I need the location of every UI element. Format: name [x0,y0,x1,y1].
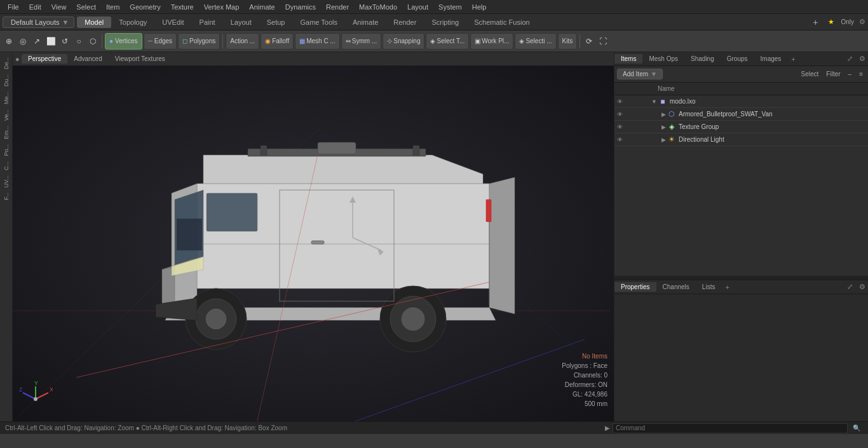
sidebar-item-ve[interactable]: Ve... [2,107,11,123]
viewport-canvas[interactable]: No Items Polygons : Face Channels: 0 Def… [13,66,614,421]
panel-dots-btn[interactable]: ≡ [857,69,865,79]
layout-add-button[interactable]: + [809,16,822,29]
sidebar-item-f[interactable]: F... [2,190,11,203]
layout-tab-paint[interactable]: Paint [192,17,223,28]
expand-icon-texture[interactable]: ▶ [661,124,666,130]
eye-icon-texture[interactable]: 👁 [617,124,627,130]
props-settings-icon[interactable]: ⚙ [857,282,868,292]
cmd-search-icon[interactable]: 🔍 [850,424,863,431]
add-item-button[interactable]: Add Item ▼ [617,69,663,79]
tb-edges-btn[interactable]: ─ Edges [144,33,177,50]
tb-icon-circle[interactable]: ○ [72,35,85,48]
menu-vertexmap[interactable]: Vertex Map [199,2,245,12]
panel-tab-items[interactable]: Items [614,54,642,64]
tb-icon-select[interactable]: ⬜ [44,35,57,48]
tb-icon-arrow[interactable]: ↗ [31,35,43,48]
menu-dynamics[interactable]: Dynamics [280,2,321,12]
list-item-van[interactable]: 👁 ▶ ⬡ Armored_Bulletproof_SWAT_Van [614,108,868,121]
viewport-tab-perspective[interactable]: Perspective [22,54,67,64]
viewport-tab-advanced[interactable]: Advanced [67,54,108,64]
expand-icon-light[interactable]: ▶ [661,137,666,143]
panel-select-btn[interactable]: Select [799,69,822,79]
menu-texture[interactable]: Texture [166,2,199,12]
viewport-tab-textures[interactable]: Viewport Textures [109,54,172,64]
menu-geometry[interactable]: Geometry [125,2,165,12]
layout-tab-layout[interactable]: Layout [223,17,259,28]
list-item-light[interactable]: 👁 ▶ ☀ Directional Light [614,133,868,146]
tb-kits-btn[interactable]: Kits [558,33,578,50]
menu-item[interactable]: Item [101,2,125,12]
menu-file[interactable]: File [3,2,24,12]
tb-selectt-btn[interactable]: ◈ Select T... [426,33,469,50]
menu-view[interactable]: View [46,2,72,12]
tb-icon-2[interactable]: ◎ [17,35,29,48]
viewport-tab-toggle[interactable]: ● [15,55,22,63]
tb-action-btn[interactable]: Action ... [226,33,259,50]
tb-snapping-btn[interactable]: ⊹ Snapping [383,33,424,50]
panel-tab-images[interactable]: Images [754,54,788,64]
sidebar-item-po[interactable]: Po... [2,142,11,159]
layout-tab-scripting[interactable]: Scripting [424,17,466,28]
menu-maxtomodo[interactable]: MaxToModo [354,2,402,12]
panel-minus-btn[interactable]: – [846,69,855,79]
list-item-scene[interactable]: 👁 ▼ ■ modo.lxo [614,95,868,108]
tb-icon-nav2[interactable]: ⛶ [597,35,609,48]
tb-workpl-btn[interactable]: ▣ Work Pl... [470,33,513,50]
tb-falloff-btn[interactable]: ◉ Falloff [261,33,294,50]
panel-tab-add[interactable]: + [787,54,799,64]
sidebar-item-de[interactable]: De... [2,55,11,72]
tb-mesh-btn[interactable]: ▦ Mesh C ... [295,33,340,50]
layout-star-button[interactable]: ★ [824,17,838,27]
tb-selecti-btn[interactable]: ◈ Selecti ... [515,33,556,50]
menu-render[interactable]: Render [321,2,354,12]
eye-icon-van[interactable]: 👁 [617,111,627,118]
props-tab-add[interactable]: + [721,282,733,292]
expand-icon-scene[interactable]: ▼ [651,98,657,105]
tb-icon-1[interactable]: ⊕ [3,35,15,48]
sidebar-item-du[interactable]: Du... [2,72,11,89]
layout-tab-gametools[interactable]: Game Tools [292,17,345,28]
props-expand-icon[interactable]: ⤢ [844,282,855,292]
menu-layout[interactable]: Layout [402,2,433,12]
tb-symm-btn[interactable]: ⇔ Symm ... [341,33,381,50]
menu-system[interactable]: System [433,2,467,12]
panel-tab-groups[interactable]: Groups [721,54,754,64]
menu-animate[interactable]: Animate [244,2,280,12]
tb-icon-nav1[interactable]: ⟳ [583,35,595,48]
props-tab-properties[interactable]: Properties [614,282,656,292]
layout-tab-schematic[interactable]: Schematic Fusion [466,17,537,28]
tb-icon-loop[interactable]: ↺ [58,35,71,48]
layout-tab-model[interactable]: Model [77,17,111,28]
tb-vertices-btn[interactable]: ● Vertices [105,33,142,50]
sidebar-item-uv[interactable]: UV... [2,173,11,190]
sidebar-item-c[interactable]: C... [2,159,11,173]
layout-settings-icon[interactable]: ⚙ [857,17,868,27]
tb-icon-shield[interactable]: ⬡ [86,35,99,48]
menu-help[interactable]: Help [467,2,492,12]
panel-expand-icon[interactable]: ⤢ [844,53,855,64]
panel-filter-btn[interactable]: Filter [824,69,843,79]
layout-tab-topology[interactable]: Topology [111,17,154,28]
svg-marker-4 [203,155,483,187]
layout-selector[interactable]: Default Layouts ▼ [3,17,74,28]
layout-tab-render[interactable]: Render [386,17,424,28]
menu-select[interactable]: Select [71,2,101,12]
expand-icon-van[interactable]: ▶ [661,111,666,118]
panel-tab-shading[interactable]: Shading [684,54,721,64]
layout-tab-uvedit[interactable]: UVEdit [154,17,191,28]
layout-tab-animate[interactable]: Animate [345,17,386,28]
tb-polygons-btn[interactable]: ◻ Polygons [178,33,220,50]
props-tab-channels[interactable]: Channels [656,282,696,292]
panel-settings-icon[interactable]: ⚙ [857,53,868,64]
list-item-texture[interactable]: 👁 ▶ ◈ Texture Group [614,121,868,133]
sidebar-item-me[interactable]: Me... [2,89,11,107]
props-tab-lists[interactable]: Lists [696,282,722,292]
eye-icon-scene[interactable]: 👁 [617,98,627,105]
panel-tab-meshops[interactable]: Mesh Ops [642,54,684,64]
cmd-arrow[interactable]: ▶ [605,424,610,431]
menu-edit[interactable]: Edit [24,2,46,12]
eye-icon-light[interactable]: 👁 [617,137,627,143]
command-input[interactable] [613,423,848,433]
layout-tab-setup[interactable]: Setup [259,17,293,28]
sidebar-item-em[interactable]: Em... [2,123,11,142]
